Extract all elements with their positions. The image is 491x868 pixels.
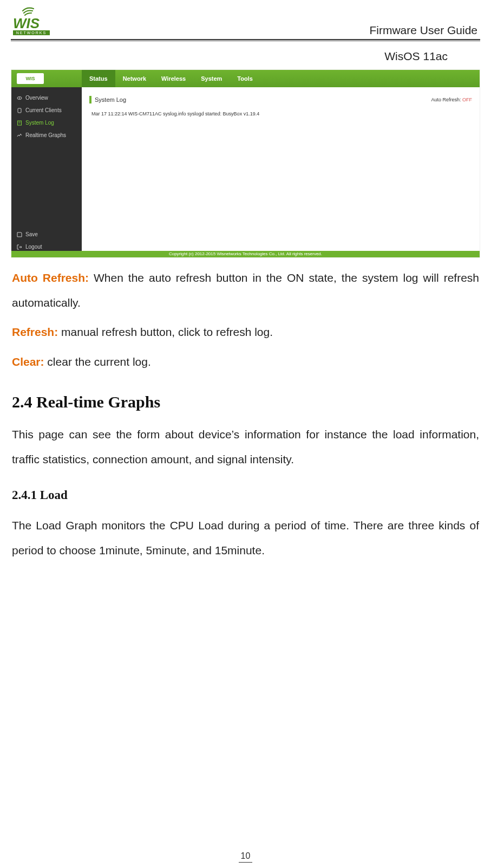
nav-tools[interactable]: Tools	[230, 70, 260, 87]
svg-text:NETWORKS: NETWORKS	[16, 31, 47, 35]
app-logo: WIS	[11, 73, 82, 84]
nav-wireless[interactable]: Wireless	[154, 70, 193, 87]
nav-network[interactable]: Network	[115, 70, 154, 87]
document-subtitle: WisOS 11ac	[11, 47, 480, 69]
logout-icon	[17, 244, 22, 250]
panel-header: System Log Auto Refresh: OFF	[89, 94, 472, 106]
paragraph-refresh: Refresh: manual refresh button, click to…	[12, 320, 479, 345]
device-icon	[17, 108, 22, 113]
paragraph-auto-refresh: Auto Refresh: When the auto refresh butt…	[12, 265, 479, 315]
page-number-value: 10	[239, 851, 253, 863]
section-heading: 2.4 Real-time Graphs	[12, 393, 479, 411]
auto-refresh-label: Auto Refresh:	[431, 97, 461, 102]
wis-logo-icon: WIS NETWORKS	[11, 5, 52, 37]
sidebar-item-current-clients[interactable]: Current Clients	[11, 104, 82, 116]
sidebar-item-label: Current Clients	[25, 107, 62, 113]
section-body: This page can see the form about device’…	[12, 422, 479, 472]
svg-point-4	[19, 98, 20, 99]
term-auto-refresh: Auto Refresh:	[12, 271, 89, 284]
term-refresh: Refresh:	[12, 326, 58, 338]
panel-title: System Log	[95, 96, 126, 103]
sidebar: Overview Current Clients System Log Real…	[11, 87, 82, 253]
sidebar-item-realtime-graphs[interactable]: Realtime Graphs	[11, 129, 82, 141]
subsection-body: The Load Graph monitors the CPU Load dur…	[12, 513, 479, 563]
save-icon	[17, 232, 22, 237]
log-line: Mar 17 11:22:14 WIS-CM711AC syslog.info …	[89, 110, 472, 116]
subsection-paragraph: The Load Graph monitors the CPU Load dur…	[12, 513, 479, 563]
svg-rect-5	[18, 108, 21, 113]
page-number: 10	[0, 851, 491, 863]
page-header: WIS NETWORKS Firmware User Guide	[11, 5, 480, 38]
desc-refresh: manual refresh button, click to refresh …	[58, 326, 273, 338]
accent-bar-icon	[89, 96, 91, 103]
sidebar-item-label: Overview	[25, 95, 48, 101]
sidebar-item-save[interactable]: Save	[11, 228, 82, 241]
sidebar-item-overview[interactable]: Overview	[11, 92, 82, 104]
subsection-heading: 2.4.1 Load	[12, 488, 479, 502]
topbar: WIS Status Network Wireless System Tools	[11, 70, 480, 87]
sidebar-item-label: Save	[25, 231, 38, 237]
app-footer: Copyright (c) 2012-2015 Wisnetworks Tech…	[11, 251, 480, 257]
header-rule-thick	[11, 39, 480, 40]
log-icon	[17, 120, 22, 126]
sidebar-item-label: Realtime Graphs	[25, 132, 66, 138]
app-screenshot: WIS Status Network Wireless System Tools…	[11, 69, 480, 258]
app-logo-text: WIS	[17, 73, 44, 84]
section-paragraph: This page can see the form about device’…	[12, 422, 479, 472]
sidebar-item-label: System Log	[25, 120, 54, 126]
nav-status[interactable]: Status	[82, 70, 115, 87]
paragraph-clear: Clear: clear the current log.	[12, 349, 479, 374]
header-rule-thin	[11, 41, 480, 41]
sidebar-item-system-log[interactable]: System Log	[11, 116, 82, 129]
top-nav: Status Network Wireless System Tools	[82, 70, 260, 87]
desc-clear: clear the current log.	[44, 355, 151, 368]
nav-system[interactable]: System	[193, 70, 230, 87]
svg-text:WIS: WIS	[13, 15, 40, 31]
document-title: Firmware User Guide	[369, 24, 477, 37]
logo: WIS NETWORKS	[11, 5, 52, 37]
sidebar-item-label: Logout	[25, 244, 42, 250]
eye-icon	[17, 95, 22, 101]
auto-refresh-toggle[interactable]: Auto Refresh: OFF	[431, 97, 472, 102]
graph-icon	[17, 133, 22, 138]
term-clear: Clear:	[12, 355, 44, 368]
main-panel: System Log Auto Refresh: OFF Mar 17 11:2…	[82, 87, 480, 253]
auto-refresh-state: OFF	[462, 97, 472, 102]
app-body: Overview Current Clients System Log Real…	[11, 87, 480, 253]
body-text: Auto Refresh: When the auto refresh butt…	[12, 265, 479, 374]
